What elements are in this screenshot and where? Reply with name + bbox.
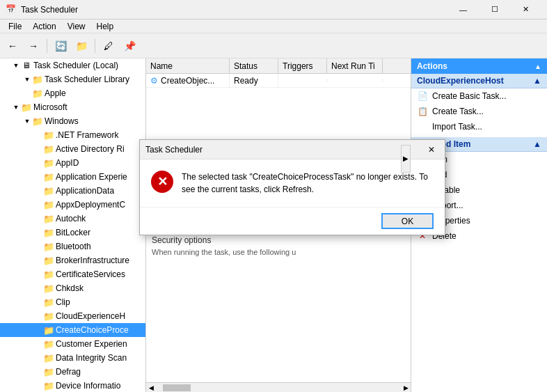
close-button[interactable]: ✕ (510, 0, 541, 19)
scroll-track[interactable] (156, 383, 401, 393)
tree-item[interactable]: 📁Device Informatio (0, 379, 145, 392)
tree-folder-icon: 📁 (43, 324, 54, 336)
task-scheduler-dialog: Task Scheduler ✕ ✕ The selected task "Cr… (139, 139, 445, 235)
actions-collapse-btn[interactable]: ▲ (534, 63, 541, 70)
table-row[interactable]: ⚙ CreateObjec... Ready (146, 74, 411, 88)
toolbar: ← → 🔄 📁 🖊 📌 (0, 33, 547, 58)
tree-item[interactable]: 📁AppxDeploymentC (0, 198, 145, 212)
tree-item[interactable]: ▼📁Microsoft (0, 100, 145, 114)
tree-folder-icon: 📁 (43, 283, 54, 294)
tree-folder-icon: 📁 (43, 269, 54, 280)
tree-item[interactable]: 📁Chkdsk (0, 281, 145, 295)
action-import-task[interactable]: Import Task... (411, 119, 547, 134)
tree-root[interactable]: ▼ 🖥 Task Scheduler (Local) (0, 58, 145, 72)
tree-item[interactable]: 📁Bluetooth (0, 240, 145, 253)
dialog-title: Task Scheduler (145, 145, 424, 155)
menu-action[interactable]: Action (27, 20, 61, 33)
tree-item[interactable]: 📁Application Experie (0, 170, 145, 184)
tree-item[interactable]: 📁CreateChoiceProce (0, 323, 145, 337)
tree-item-label: Customer Experien (56, 339, 127, 349)
tree-no-expand (33, 242, 43, 251)
tree-no-expand (33, 130, 43, 140)
tree-item-label: BitLocker (56, 228, 90, 237)
back-button[interactable]: ← (3, 36, 22, 56)
tree-item[interactable]: ▼📁Windows (0, 114, 145, 128)
scroll-left-btn[interactable]: ◀ (146, 383, 156, 393)
tree-item[interactable]: 📁BrokerInfrastructure (0, 253, 145, 267)
tree-root-label: Task Scheduler (Local) (33, 61, 118, 70)
tree-item[interactable]: 📁BitLocker (0, 226, 145, 240)
computer-icon: 🖥 (21, 60, 32, 71)
action-import-task-label: Import Task... (432, 122, 482, 132)
tree-no-expand (33, 200, 43, 210)
tree-folder-icon: 📁 (43, 352, 54, 363)
action-create-task[interactable]: 📋 Create Task... (411, 104, 547, 119)
menu-view[interactable]: View (62, 20, 91, 33)
tree-item-label: CreateChoiceProce (56, 325, 129, 335)
tree-item-label: Bluetooth (56, 242, 91, 251)
menu-file[interactable]: File (3, 20, 27, 33)
tree-item-label: Apple (45, 88, 66, 98)
tree-item[interactable]: 📁AppID (0, 156, 145, 170)
dialog-close-button[interactable]: ✕ (424, 142, 439, 157)
forward-button[interactable]: → (24, 36, 43, 56)
scroll-right-btn[interactable]: ▶ (401, 383, 411, 393)
action-create-basic-label: Create Basic Task... (432, 91, 507, 101)
tree-item-label: Windows (45, 116, 79, 126)
tree-item[interactable]: 📁CertificateServices (0, 267, 145, 281)
tree-item-label: CertificateServices (56, 269, 125, 279)
tree-item[interactable]: 📁ApplicationData (0, 184, 145, 198)
tree-folder-icon: 📁 (43, 143, 54, 155)
task-button-2[interactable]: 📌 (120, 36, 139, 56)
tree-expand-icon[interactable]: ▼ (22, 116, 32, 126)
tree-item[interactable]: 📁.NET Framework (0, 128, 145, 142)
tree-folder-icon: 📁 (43, 255, 54, 266)
task-triggers-cell (278, 79, 327, 83)
tree-folder-icon: 📁 (43, 338, 54, 350)
tree-folder-icon: 📁 (32, 116, 43, 127)
dialog-ok-button[interactable]: OK (381, 213, 434, 229)
tree-item[interactable]: 📁Autochk (0, 212, 145, 226)
tree-item[interactable]: 📁Clip (0, 295, 145, 309)
action-create-basic[interactable]: 📄 Create Basic Task... (411, 88, 547, 104)
col-header-status[interactable]: Status (230, 58, 278, 73)
tree-item[interactable]: 📁Data Integrity Scan (0, 351, 145, 365)
col-header-triggers[interactable]: Triggers (278, 58, 327, 73)
tree-expand-icon[interactable]: ▼ (11, 102, 21, 112)
tree-item[interactable]: 📁Active Directory Ri (0, 142, 145, 156)
tree-item[interactable]: 📁Defrag (0, 365, 145, 379)
folder-button[interactable]: 📁 (72, 36, 91, 56)
selected-section-collapse[interactable]: ▲ (533, 139, 541, 149)
tree-folder-icon: 📁 (43, 185, 54, 196)
minimize-button[interactable]: — (447, 0, 479, 19)
tree-folder-icon: 📁 (43, 213, 54, 224)
tree-no-expand (33, 325, 43, 335)
scroll-thumb[interactable] (163, 384, 191, 391)
refresh-button[interactable]: 🔄 (51, 36, 70, 56)
tree-folder-icon: 📁 (43, 380, 54, 391)
maximize-button[interactable]: ☐ (479, 0, 510, 19)
tree-item[interactable]: 📁Customer Experien (0, 337, 145, 351)
expand-right-button[interactable]: ▶ (401, 145, 411, 173)
tree-expand-library[interactable]: ▼ (22, 75, 32, 84)
tree-no-expand (22, 88, 32, 98)
top-section-collapse[interactable]: ▲ (533, 76, 541, 86)
tree-library[interactable]: ▼ 📁 Task Scheduler Library (0, 72, 145, 86)
tree-item-label: Microsoft (33, 102, 68, 112)
task-name-cell: ⚙ CreateObjec... (146, 74, 230, 88)
tree-item-label: Active Directory Ri (56, 144, 125, 154)
tree-no-expand (33, 339, 43, 349)
menu-help[interactable]: Help (91, 20, 120, 33)
tree-container: 📁Apple▼📁Microsoft▼📁Windows📁.NET Framewor… (0, 86, 145, 392)
col-header-name[interactable]: Name (146, 58, 230, 73)
action-create-task-label: Create Task... (432, 107, 484, 116)
tree-item[interactable]: 📁CloudExperienceH (0, 309, 145, 323)
create-task-icon: 📋 (417, 106, 428, 117)
tree-expand-root[interactable]: ▼ (11, 61, 21, 70)
menu-bar: File Action View Help (0, 19, 547, 33)
center-bottom: Security options When running the task, … (146, 229, 411, 382)
col-header-nextrun[interactable]: Next Run Ti (327, 58, 383, 73)
tree-item[interactable]: 📁Apple (0, 86, 145, 100)
tree-folder-icon: 📁 (43, 366, 54, 377)
task-button-1[interactable]: 🖊 (99, 36, 118, 56)
